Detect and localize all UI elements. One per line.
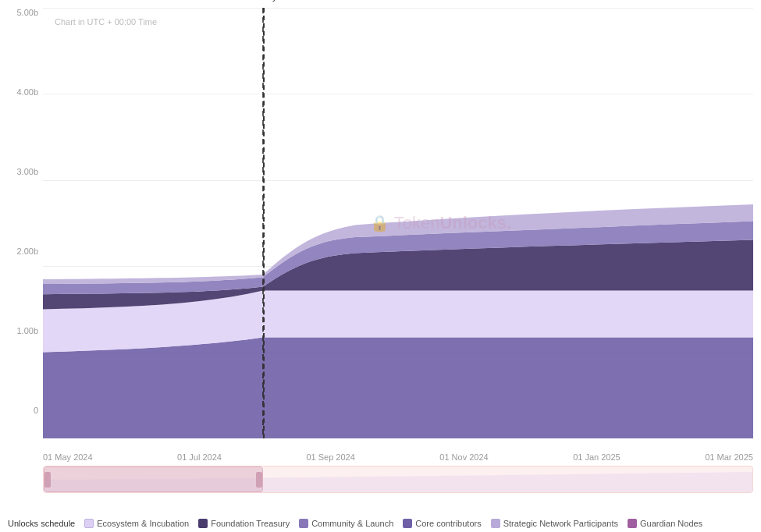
legend-label-ecosystem: Ecosystem & Incubation [97,519,189,528]
main-chart-area: Today 🔒 TokenUnlocks. [43,8,753,438]
legend: Unlocks schedule Ecosystem & Incubation … [0,519,761,528]
scrollbar-area[interactable] [43,466,753,493]
legend-swatch-guardian [628,519,637,528]
scrollbar-right-handle[interactable] [256,472,262,488]
legend-swatch-core [403,519,412,528]
x-label-1: 01 Jul 2024 [177,452,222,462]
legend-item-unlocks: Unlocks schedule [8,519,75,528]
legend-item-core: Core contributors [403,519,481,528]
legend-label-strategic: Strategic Network Participants [503,519,618,528]
legend-item-community: Community & Launch [299,519,393,528]
x-axis: 01 May 2024 01 Jul 2024 01 Sep 2024 01 N… [43,452,753,462]
y-label-0: 0 [34,406,38,415]
y-label-2: 2.00b [16,246,38,256]
legend-swatch-ecosystem [84,519,94,528]
legend-label-community: Community & Launch [311,519,393,528]
legend-item-foundation: Foundation Treasury [198,519,290,528]
legend-swatch-strategic [491,519,500,528]
chart-container: 5.00b 4.00b 3.00b 2.00b 1.00b 0 Chart in… [0,0,761,532]
legend-swatch-foundation [198,519,208,528]
x-label-3: 01 Nov 2024 [439,452,488,462]
y-label-5: 5.00b [16,8,38,17]
legend-label-core: Core contributors [415,519,481,528]
legend-item-strategic: Strategic Network Participants [491,519,618,528]
x-label-5: 01 Mar 2025 [705,452,753,462]
today-label: Today [252,0,277,2]
today-line: Today [263,8,265,438]
scrollbar-left-handle[interactable] [44,472,51,488]
stacked-area-chart [43,8,753,438]
x-label-0: 01 May 2024 [43,452,93,462]
legend-item-guardian: Guardian Nodes [628,519,702,528]
y-label-1: 1.00b [16,326,38,335]
y-label-3: 3.00b [16,167,38,176]
legend-label-unlocks: Unlocks schedule [8,519,75,528]
legend-label-foundation: Foundation Treasury [211,519,290,528]
x-label-4: 01 Jan 2025 [573,452,621,462]
y-label-4: 4.00b [16,87,38,97]
legend-item-ecosystem: Ecosystem & Incubation [84,519,189,528]
legend-label-guardian: Guardian Nodes [640,519,702,528]
scrollbar-handle[interactable] [44,466,263,492]
y-axis: 5.00b 4.00b 3.00b 2.00b 1.00b 0 [0,8,43,438]
legend-swatch-community [299,519,308,528]
x-label-2: 01 Sep 2024 [306,452,354,462]
